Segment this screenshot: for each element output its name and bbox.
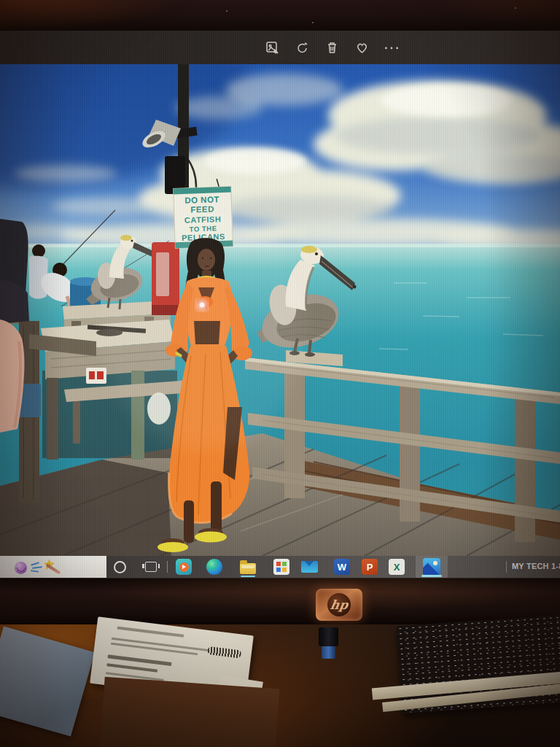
cortana-button[interactable] [111, 556, 128, 578]
taskbar-app-excel[interactable]: X [388, 558, 405, 576]
delete-icon[interactable] [324, 39, 340, 55]
active-app-indicator [421, 575, 442, 577]
photographed-monitor-scene: DO NOT FEED CATFISH TO THE PELICANS [0, 0, 560, 747]
dust-speck [312, 22, 314, 23]
taskbar-app-photos[interactable] [423, 558, 440, 576]
task-view-button[interactable] [141, 556, 160, 578]
taskbar-app-store[interactable] [273, 558, 290, 576]
dust-speck [226, 10, 228, 12]
dust-speck [515, 7, 516, 9]
media-player-icon [176, 559, 192, 575]
monitor-bottom-bezel: hp [0, 578, 560, 625]
taskbar-app-edge[interactable] [206, 558, 223, 576]
mail-icon [301, 561, 318, 573]
yellow-flip-flop [195, 532, 227, 543]
taskbar-app-word[interactable]: W [333, 558, 351, 576]
powerpoint-icon: P [362, 559, 378, 575]
bystander-head [32, 244, 45, 258]
photos-icon [423, 558, 440, 576]
hp-logo-text: hp [329, 599, 349, 611]
cardboard-box [100, 677, 279, 747]
file-explorer-icon [240, 563, 256, 574]
ball-icon [15, 562, 27, 574]
flash-wash [102, 203, 306, 451]
usb-flash-drive [319, 627, 338, 661]
yellow-flip-flop [158, 542, 188, 552]
sparkle-icon [32, 566, 42, 569]
taskbar-app-mail[interactable] [300, 558, 318, 576]
photos-app-toolbar [0, 31, 560, 64]
taskbar-search-box[interactable] [0, 556, 106, 578]
hp-logo-circle: hp [327, 593, 351, 616]
favorite-heart-icon[interactable] [354, 39, 370, 55]
photo-canvas: DO NOT FEED CATFISH TO THE PELICANS [0, 64, 560, 556]
rotate-icon[interactable] [294, 39, 310, 55]
sparkle-icon [31, 562, 39, 566]
microsoft-store-icon [273, 559, 289, 575]
taskbar-app-file-explorer[interactable] [239, 558, 257, 576]
taskbar-app-powerpoint[interactable]: P [361, 558, 378, 576]
excel-icon: X [389, 559, 405, 575]
hp-logo: hp [316, 589, 362, 621]
taskbar-divider [506, 561, 507, 573]
tech-support-label: MY TECH 1-888 [512, 562, 560, 570]
windows-taskbar: W P X MY TECH 1-888 [0, 556, 560, 578]
monitor-top-bezel [0, 0, 560, 32]
blue-envelope [0, 626, 95, 736]
open-app-indicator [241, 576, 255, 578]
edit-image-icon[interactable] [264, 39, 280, 55]
task-view-icon [145, 562, 157, 572]
desk-surface [0, 624, 560, 747]
word-icon: W [334, 559, 350, 575]
monitor-screen: DO NOT FEED CATFISH TO THE PELICANS [0, 31, 560, 578]
pier-photo: DO NOT FEED CATFISH TO THE PELICANS [0, 64, 560, 556]
edge-icon [206, 559, 222, 575]
pencil-icon [46, 563, 61, 574]
taskbar-divider [167, 561, 168, 573]
paper-barcode [207, 646, 241, 659]
taskbar-app-media-player[interactable] [175, 558, 192, 576]
see-more-ellipsis-icon[interactable] [384, 39, 400, 55]
sparkle-icon [31, 570, 39, 573]
